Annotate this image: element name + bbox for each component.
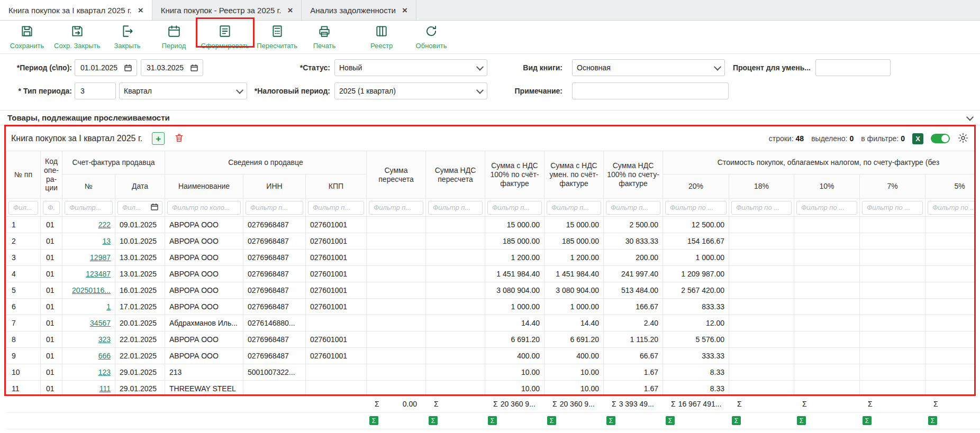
print-button[interactable]: Печать	[305, 24, 344, 50]
period-from-input[interactable]	[75, 59, 137, 76]
sum-column-button[interactable]: Σ	[606, 416, 615, 425]
calendar-icon[interactable]	[124, 63, 132, 72]
sum-column-button[interactable]: Σ	[547, 416, 556, 425]
invoice-number-link[interactable]: 123	[98, 368, 111, 376]
table-scroll-area[interactable]: № пп Код опе-ра-ции Счет-фактура продавц…	[6, 151, 974, 394]
period-button[interactable]: Период	[155, 24, 194, 50]
period-to-input[interactable]	[141, 59, 203, 76]
col-header-num[interactable]: № пп	[6, 151, 41, 199]
note-field[interactable]	[577, 86, 724, 96]
table-row[interactable]: 80132322.01.2025АВРОРА ООО02769684870276…	[6, 331, 975, 348]
filter-input[interactable]	[800, 203, 854, 212]
col-header-vat-100[interactable]: Сумма НДС 100% по счету-фактуре	[604, 151, 663, 199]
filter-input[interactable]	[866, 203, 919, 212]
close-icon[interactable]: ×	[138, 6, 143, 15]
recalculate-button[interactable]: Пересчитать	[257, 24, 297, 50]
invoice-number-link[interactable]: 13	[102, 237, 111, 245]
book-kind-select[interactable]: Основная	[572, 59, 725, 76]
table-row[interactable]: 7013456720.01.2025Абдрахманов Иль...0276…	[6, 315, 975, 331]
delete-row-button[interactable]	[173, 133, 185, 144]
sum-column-button[interactable]: Σ	[488, 416, 497, 425]
filter-input[interactable]	[121, 203, 149, 212]
filter-input[interactable]	[432, 203, 479, 212]
sum-column-button[interactable]: Σ	[863, 416, 872, 425]
invoice-number-link[interactable]: 34567	[90, 319, 111, 327]
add-row-button[interactable]: +	[152, 132, 165, 145]
col-header-recalc-sum[interactable]: Сумма пересчета	[367, 151, 426, 199]
col-header-10[interactable]: 10%	[794, 174, 860, 199]
col-header-invoice-no[interactable]: №	[62, 174, 115, 199]
col-header-op-code[interactable]: Код опе-ра-ции	[41, 151, 62, 199]
invoice-number-link[interactable]: 666	[98, 352, 111, 360]
filter-input[interactable]	[12, 203, 34, 212]
table-row[interactable]: 100112329.01.20252135001007322...10.0010…	[6, 364, 975, 381]
sum-column-button[interactable]: Σ	[369, 416, 378, 425]
period-to-field[interactable]	[146, 63, 190, 72]
period-type-num-field[interactable]	[79, 86, 111, 96]
close-icon[interactable]: ×	[402, 6, 407, 15]
table-row[interactable]: 50120250116...16.01.2025АВРОРА ООО027696…	[6, 282, 975, 299]
invoice-number-link[interactable]: 222	[98, 220, 111, 229]
invoice-number-link[interactable]: 323	[98, 335, 111, 344]
filter-input[interactable]	[249, 203, 300, 212]
filter-input[interactable]	[68, 203, 109, 212]
col-header-sum-vat-reduced[interactable]: Сумма с НДС умен. по счёт-фактуре	[545, 151, 604, 199]
invoice-number-link[interactable]: 1	[106, 302, 111, 311]
registry-button[interactable]: Реестр	[362, 24, 401, 50]
table-row[interactable]: 601117.01.2025АВРОРА ООО0276968487027601…	[6, 299, 975, 315]
sum-column-button[interactable]: Σ	[797, 416, 806, 425]
tab-debt-analysis[interactable]: Анализ задолженности ×	[302, 0, 416, 20]
table-row[interactable]: 110111129.01.2025THREEWAY STEEL10.0010.0…	[6, 381, 975, 395]
close-icon[interactable]: ×	[287, 6, 293, 15]
filter-input[interactable]	[669, 203, 723, 212]
chevron-down-icon[interactable]	[966, 113, 974, 121]
filter-input[interactable]	[931, 203, 974, 212]
filter-input[interactable]	[312, 203, 360, 212]
sum-column-button[interactable]: Σ	[429, 416, 438, 425]
period-type-num-input[interactable]	[75, 82, 116, 99]
table-row[interactable]: 3011298713.01.2025АВРОРА ООО027696848702…	[6, 250, 975, 266]
filter-input[interactable]	[491, 203, 538, 212]
filter-input[interactable]	[47, 203, 56, 212]
col-header-18[interactable]: 18%	[729, 174, 794, 199]
grid-toggle[interactable]	[931, 134, 950, 143]
col-header-20[interactable]: 20%	[663, 174, 729, 199]
refresh-button[interactable]: Обновить	[412, 24, 451, 50]
col-header-7[interactable]: 7%	[860, 174, 925, 199]
table-row[interactable]: 10122209.01.2025АВРОРА ООО02769684870276…	[6, 217, 975, 233]
col-header-sum-vat-100[interactable]: Сумма с НДС 100% по счёт-фактуре	[485, 151, 545, 199]
table-row[interactable]: 90166622.01.2025АВРОРА ООО02769684870276…	[6, 348, 975, 364]
percent-field[interactable]	[820, 63, 886, 72]
traceable-goods-section[interactable]: Товары, подлежащие прослеживаемости	[0, 110, 980, 125]
calendar-icon[interactable]	[190, 63, 198, 72]
invoice-number-link[interactable]: 12987	[90, 253, 111, 262]
calendar-icon[interactable]	[150, 202, 159, 213]
settings-button[interactable]	[957, 132, 969, 145]
close-button[interactable]: Закрыть	[108, 24, 147, 50]
invoice-number-link[interactable]: 123487	[86, 270, 111, 278]
col-header-seller-name[interactable]: Наименование	[165, 174, 243, 199]
generate-button[interactable]: Сформировать	[201, 24, 250, 50]
col-header-5[interactable]: 5%	[925, 174, 975, 199]
note-input[interactable]	[572, 82, 729, 99]
invoice-number-link[interactable]: 20250116...	[72, 286, 111, 294]
excel-export-icon[interactable]: X	[912, 133, 923, 144]
col-header-invoice-date[interactable]: Дата	[115, 174, 165, 199]
period-from-field[interactable]	[79, 63, 124, 72]
sum-column-button[interactable]: Σ	[666, 416, 675, 425]
filter-input[interactable]	[550, 203, 597, 212]
filter-input[interactable]	[373, 203, 420, 212]
sum-column-button[interactable]: Σ	[928, 416, 937, 425]
save-button[interactable]: Сохранить	[7, 24, 47, 50]
col-header-recalc-vat[interactable]: Сумма НДС пересчета	[426, 151, 485, 199]
col-header-kpp[interactable]: КПП	[306, 174, 367, 199]
percent-input[interactable]	[815, 59, 891, 76]
invoice-number-link[interactable]: 111	[99, 384, 111, 393]
tab-registry[interactable]: Книга покупок - Реестр за 2025 г. ×	[152, 0, 302, 20]
table-row[interactable]: 2011310.01.2025АВРОРА ООО027696848702760…	[6, 233, 975, 250]
sum-column-button[interactable]: Σ	[732, 416, 741, 425]
filter-input[interactable]	[610, 203, 657, 212]
tab-purchase-book[interactable]: Книга покупок за I квартал 2025 г. ×	[0, 0, 152, 20]
col-header-inn[interactable]: ИНН	[243, 174, 306, 199]
filter-input[interactable]	[735, 203, 788, 212]
